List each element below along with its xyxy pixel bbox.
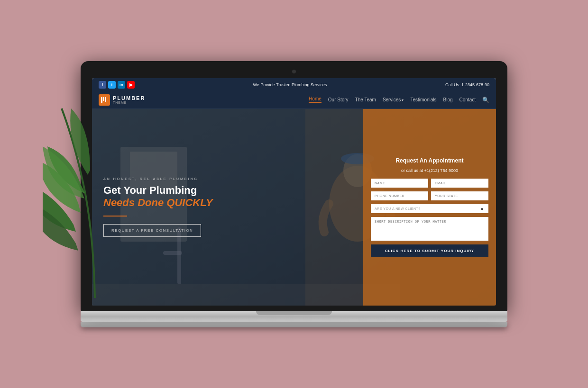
hero-section: An Honest, Reliable Plumbing Get Your Pl… bbox=[92, 109, 496, 306]
nav-the-team[interactable]: The Team bbox=[355, 97, 376, 102]
cta-button[interactable]: Request A Free Consultation bbox=[103, 224, 201, 237]
website: f t in ▶ We Provide Trusted Plumbing Ser… bbox=[92, 78, 496, 306]
hero-divider bbox=[103, 216, 127, 217]
nav-services[interactable]: Services bbox=[383, 97, 404, 102]
svg-rect-0 bbox=[101, 97, 102, 103]
social-icons: f t in ▶ bbox=[99, 81, 135, 89]
laptop-base bbox=[81, 311, 507, 322]
email-input[interactable] bbox=[431, 179, 488, 188]
hero-title-line2: Needs Done QUICKLY bbox=[103, 197, 352, 209]
topbar-phone: Call Us: 1-2345-678-90 bbox=[445, 82, 489, 87]
hero-title-highlight: QUICKLY bbox=[166, 197, 212, 208]
laptop-wrapper: f t in ▶ We Provide Trusted Plumbing Ser… bbox=[81, 61, 507, 327]
svg-rect-1 bbox=[103, 97, 104, 101]
nav-blog[interactable]: Blog bbox=[443, 97, 453, 102]
hero-subtitle: An Honest, Reliable Plumbing bbox=[103, 177, 352, 180]
hero-title-line1: Get Your Plumbing bbox=[103, 184, 352, 197]
logo-name: PLUMBER bbox=[113, 95, 145, 101]
phone-input[interactable] bbox=[371, 191, 428, 200]
hero-left: An Honest, Reliable Plumbing Get Your Pl… bbox=[92, 168, 363, 247]
svg-rect-2 bbox=[105, 97, 106, 102]
name-input[interactable] bbox=[371, 179, 428, 188]
hero-content: An Honest, Reliable Plumbing Get Your Pl… bbox=[92, 109, 496, 306]
description-textarea[interactable] bbox=[371, 217, 488, 241]
laptop-camera bbox=[292, 70, 296, 73]
appointment-form-panel: Request An Appointment or call us at +1(… bbox=[363, 109, 496, 306]
top-bar: f t in ▶ We Provide Trusted Plumbing Ser… bbox=[92, 78, 496, 91]
client-select[interactable]: ARE YOU A NEW CLIENT? Yes, I am a new cl… bbox=[371, 204, 488, 213]
laptop-screen-bezel: f t in ▶ We Provide Trusted Plumbing Ser… bbox=[81, 61, 507, 311]
nav-home[interactable]: Home bbox=[309, 96, 322, 103]
logo-icon bbox=[99, 94, 110, 106]
submit-button[interactable]: CLICK HERE TO SUBMIT YOUR INQUIRY bbox=[371, 244, 488, 257]
form-title: Request An Appointment bbox=[371, 157, 488, 165]
nav-contact[interactable]: Contact bbox=[459, 97, 476, 102]
linkedin-icon[interactable]: in bbox=[118, 81, 125, 89]
form-row-name-email bbox=[371, 179, 488, 188]
nav-testimonials[interactable]: Testimonials bbox=[410, 97, 436, 102]
laptop-screen: f t in ▶ We Provide Trusted Plumbing Ser… bbox=[92, 78, 496, 306]
topbar-tagline: We Provide Trusted Plumbing Services bbox=[253, 82, 327, 87]
laptop-bottom bbox=[81, 322, 507, 327]
facebook-icon[interactable]: f bbox=[99, 81, 106, 89]
logo-sub: THEME bbox=[113, 101, 145, 104]
logo: PLUMBER THEME bbox=[99, 94, 145, 106]
hero-title: Get Your Plumbing Needs Done QUICKLY bbox=[103, 184, 352, 209]
twitter-icon[interactable]: t bbox=[108, 81, 116, 89]
logo-text: PLUMBER THEME bbox=[113, 95, 145, 104]
form-row-phone-state bbox=[371, 191, 488, 200]
navbar: PLUMBER THEME Home Our Story The Team Se… bbox=[92, 91, 496, 109]
search-icon[interactable]: 🔍 bbox=[482, 97, 489, 103]
state-input[interactable] bbox=[431, 191, 488, 200]
form-subtitle: or call us at +1(212) 754 9000 bbox=[371, 168, 488, 173]
nav-our-story[interactable]: Our Story bbox=[328, 97, 349, 102]
youtube-icon[interactable]: ▶ bbox=[127, 81, 135, 89]
nav-links: Home Our Story The Team Services Testimo… bbox=[309, 96, 489, 103]
